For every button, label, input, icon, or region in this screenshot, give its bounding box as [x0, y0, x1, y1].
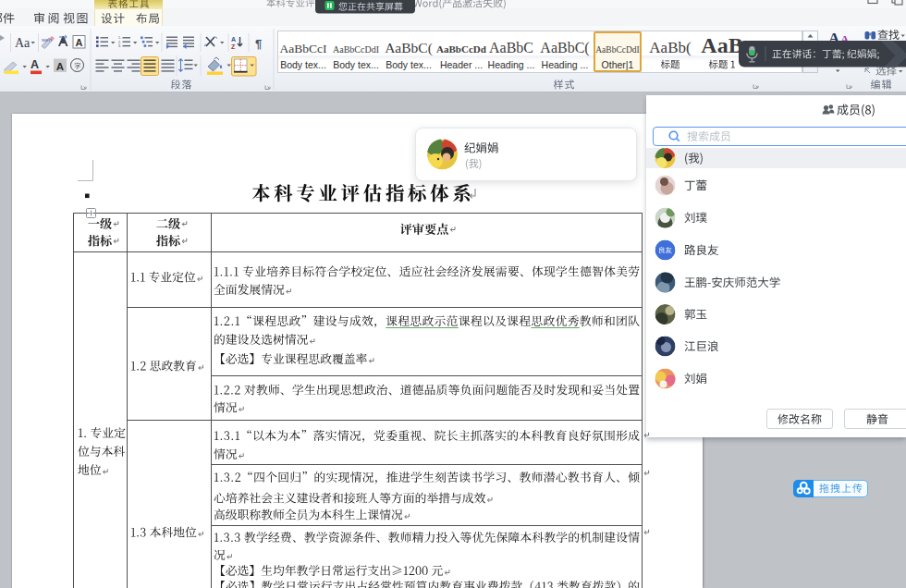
svg-text:AaBbC(: AaBbC( [540, 40, 589, 56]
svg-text:1.: 1. [118, 36, 121, 40]
svg-text:AaBbC(: AaBbC( [385, 40, 433, 56]
svg-text:Body tex...: Body tex... [333, 59, 379, 70]
svg-text:Heading ...: Heading ... [488, 59, 535, 70]
svg-text:Heading ...: Heading ... [542, 59, 589, 70]
svg-text:AaBbC: AaBbC [489, 40, 533, 55]
svg-text:wen: wen [41, 37, 52, 43]
svg-text:A: A [76, 37, 83, 48]
svg-text:AaBbCcI: AaBbCcI [280, 42, 327, 55]
svg-text:Header ...: Header ... [440, 59, 483, 70]
svg-text:2.: 2. [118, 41, 121, 44]
svg-text:Other|1: Other|1 [602, 59, 634, 70]
svg-text:AaBbCcDdI: AaBbCcDdI [333, 44, 379, 55]
svg-text:A: A [231, 36, 236, 43]
svg-text:Body tex...: Body tex... [280, 59, 326, 70]
svg-text:A: A [31, 58, 39, 71]
svg-text:Aa: Aa [15, 36, 31, 50]
svg-text:3.: 3. [118, 44, 121, 48]
svg-text:¶: ¶ [255, 37, 262, 51]
svg-text:Z: Z [231, 43, 236, 50]
svg-text:A: A [56, 61, 64, 72]
svg-text:Body tex...: Body tex... [386, 59, 432, 70]
svg-text:AaBb(: AaBb( [649, 39, 692, 56]
svg-text:AaB: AaB [701, 33, 742, 57]
svg-text:AaBbCcDdI: AaBbCcDdI [595, 45, 640, 55]
svg-text:AaBbCcDd: AaBbCcDd [436, 43, 486, 55]
